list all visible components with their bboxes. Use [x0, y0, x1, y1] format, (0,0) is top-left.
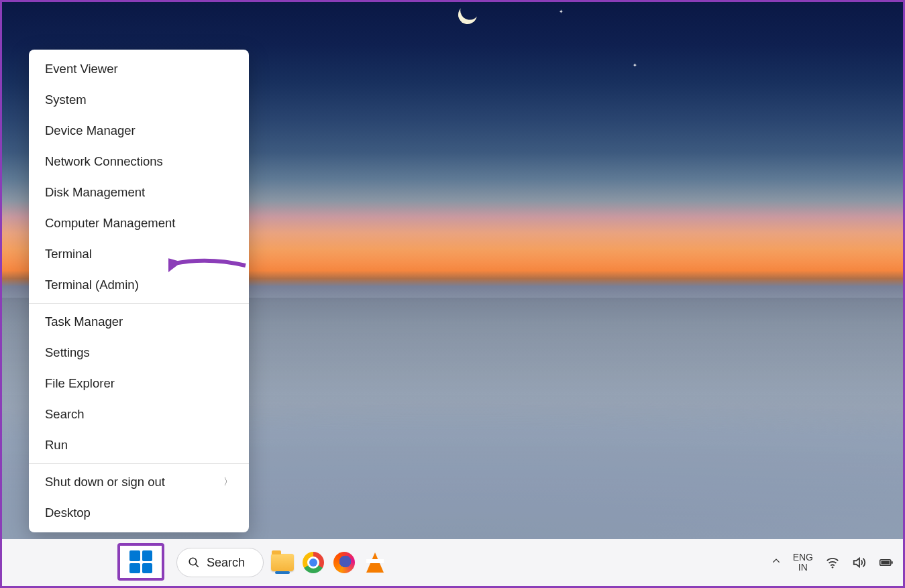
chevron-right-icon: 〉	[223, 476, 233, 488]
taskbar-chrome[interactable]	[301, 550, 325, 575]
taskbar: Search ENG IN	[2, 539, 903, 586]
menu-item-shutdown[interactable]: Shut down or sign out 〉	[29, 467, 249, 497]
vlc-icon	[366, 552, 384, 573]
taskbar-file-explorer[interactable]	[270, 550, 295, 575]
svg-point-0	[189, 558, 197, 565]
chrome-icon	[303, 552, 324, 573]
chevron-up-icon	[771, 556, 781, 566]
folder-icon	[271, 554, 294, 571]
search-label: Search	[207, 556, 245, 570]
menu-item-settings[interactable]: Settings	[29, 337, 249, 368]
menu-item-search[interactable]: Search	[29, 399, 249, 430]
menu-item-file-explorer[interactable]: File Explorer	[29, 368, 249, 399]
menu-item-network-connections[interactable]: Network Connections	[29, 146, 249, 177]
battery-icon[interactable]	[879, 555, 894, 570]
taskbar-search[interactable]: Search	[176, 548, 264, 577]
windows-logo-icon	[129, 550, 152, 573]
menu-item-terminal-admin[interactable]: Terminal (Admin)	[29, 270, 249, 300]
tray-overflow-button[interactable]	[771, 556, 781, 569]
system-tray: ENG IN	[771, 552, 894, 573]
menu-item-event-viewer[interactable]: Event Viewer	[29, 54, 249, 84]
svg-line-1	[195, 564, 199, 567]
star-decor: ✦	[633, 62, 637, 68]
taskbar-vlc[interactable]	[363, 550, 387, 575]
start-button[interactable]	[117, 543, 164, 581]
menu-item-system[interactable]: System	[29, 84, 249, 115]
moon-decor	[455, 2, 480, 27]
menu-item-device-manager[interactable]: Device Manager	[29, 115, 249, 146]
svg-rect-4	[892, 561, 893, 563]
menu-item-task-manager[interactable]: Task Manager	[29, 306, 249, 337]
menu-item-run[interactable]: Run	[29, 430, 249, 461]
svg-point-2	[832, 567, 834, 569]
menu-item-desktop[interactable]: Desktop	[29, 497, 249, 528]
svg-rect-5	[881, 561, 890, 564]
menu-separator	[29, 463, 249, 464]
search-icon	[188, 556, 200, 569]
menu-item-disk-management[interactable]: Disk Management	[29, 177, 249, 208]
language-indicator[interactable]: ENG IN	[793, 552, 813, 573]
taskbar-firefox[interactable]	[332, 550, 356, 575]
menu-item-computer-management[interactable]: Computer Management	[29, 208, 249, 239]
winx-context-menu: Event Viewer System Device Manager Netwo…	[29, 50, 249, 532]
volume-icon[interactable]	[852, 555, 867, 570]
star-decor: ✦	[559, 9, 564, 15]
firefox-icon	[333, 552, 355, 573]
wifi-icon[interactable]	[825, 555, 840, 570]
menu-separator	[29, 303, 249, 304]
menu-item-terminal[interactable]: Terminal	[29, 239, 249, 270]
